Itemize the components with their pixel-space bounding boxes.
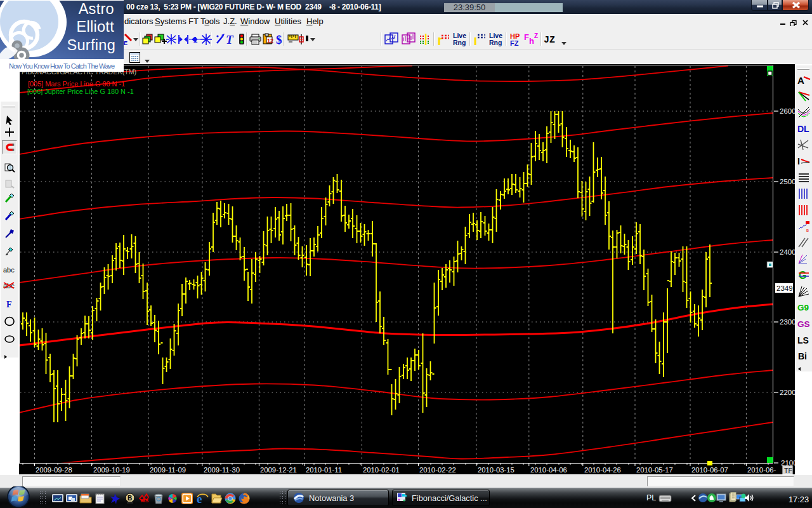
svg-text:2010-01-11: 2010-01-11	[306, 466, 342, 474]
svg-text:2400: 2400	[780, 248, 796, 256]
svg-text:T: T	[226, 33, 234, 46]
svg-text:TF: TF	[784, 467, 792, 474]
svg-text:LS: LS	[797, 335, 809, 345]
svg-text:Z: Z	[534, 32, 538, 39]
svg-text:2010-02-22: 2010-02-22	[419, 466, 456, 474]
svg-text:2010-04-26: 2010-04-26	[584, 466, 621, 474]
svg-text:[005] Mars Price Line G 90 N -: [005] Mars Price Line G 90 N -1	[28, 80, 125, 88]
svg-text:FZ: FZ	[510, 39, 519, 46]
svg-text:F: F	[6, 300, 12, 309]
svg-text:Rng: Rng	[489, 39, 502, 46]
svg-text:abc: abc	[3, 266, 15, 274]
svg-text:2600: 2600	[780, 107, 796, 115]
svg-text:2010-05-17: 2010-05-17	[636, 466, 673, 474]
svg-text:B: B	[806, 229, 809, 232]
svg-text:GS: GS	[797, 319, 810, 329]
svg-text:E: E	[124, 40, 128, 46]
svg-text:G: G	[799, 270, 806, 281]
svg-text:2010-04-06: 2010-04-06	[530, 466, 567, 474]
svg-text:Surfing: Surfing	[67, 37, 115, 53]
svg-text:2010-03-15: 2010-03-15	[478, 466, 514, 474]
svg-text:Now You Know How To Catch The: Now You Know How To Catch The Wave	[9, 62, 115, 70]
svg-text:2500: 2500	[780, 178, 796, 185]
svg-text:2300: 2300	[780, 318, 796, 326]
svg-text:2200: 2200	[780, 389, 796, 396]
svg-text:2009-11-30: 2009-11-30	[204, 466, 240, 474]
svg-text:I: I	[797, 156, 800, 166]
svg-text:Rng: Rng	[453, 39, 466, 46]
svg-text:2009-10-19: 2009-10-19	[93, 466, 130, 474]
svg-text:2010-06-: 2010-06-	[747, 466, 776, 474]
svg-text:2009-12-21: 2009-12-21	[260, 466, 297, 474]
svg-text:MS: MS	[141, 498, 149, 504]
svg-text:F: F	[524, 32, 529, 42]
svg-text:1: 1	[193, 35, 198, 44]
svg-text:$: $	[276, 33, 282, 46]
svg-text:G9: G9	[797, 303, 809, 312]
svg-text:2009-11-09: 2009-11-09	[150, 466, 186, 474]
svg-text:B: B	[128, 495, 132, 502]
svg-text:2010-06-07: 2010-06-07	[691, 466, 728, 474]
svg-text:A: A	[797, 75, 804, 86]
svg-text:h: h	[529, 36, 534, 46]
svg-text:2010-02-01: 2010-02-01	[363, 466, 400, 474]
svg-text:Astro: Astro	[79, 1, 114, 17]
svg-text:Elliott: Elliott	[76, 18, 114, 35]
svg-text:Bi: Bi	[798, 351, 807, 361]
svg-text:[006] Jupiter Price Line G 180: [006] Jupiter Price Line G 180 N -1	[27, 88, 134, 95]
svg-text:JZ: JZ	[544, 35, 555, 46]
svg-text:2009-09-28: 2009-09-28	[36, 466, 72, 474]
svg-text:2349: 2349	[776, 284, 793, 292]
svg-text:DL: DL	[797, 124, 809, 134]
